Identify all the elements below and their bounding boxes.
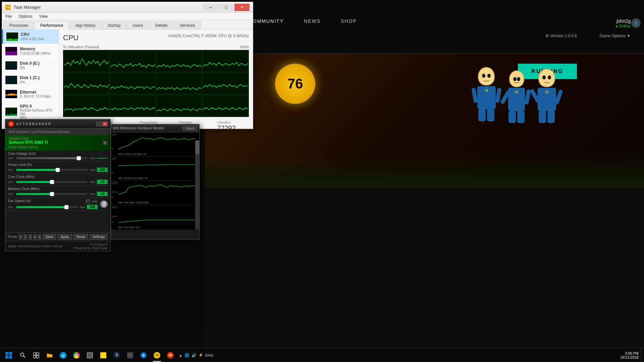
pl-track[interactable]: [16, 169, 88, 171]
gpu-temp-100: 100: [112, 157, 116, 160]
monitor-scrollbar[interactable]: [195, 140, 199, 230]
edge-icon: e: [60, 352, 66, 359]
start-button[interactable]: [2, 348, 16, 362]
user-avatar[interactable]: 👤: [631, 18, 641, 28]
tab-users[interactable]: Users: [127, 21, 149, 29]
profile-btn-2[interactable]: 2: [23, 234, 27, 240]
fs-min: Min: [8, 205, 15, 209]
vaultboy-group: 76 76: [473, 67, 560, 124]
windows-logo: [5, 352, 12, 359]
win-pane-4: [9, 356, 12, 359]
auto-checkbox[interactable]: ✓: [86, 199, 90, 203]
svg-rect-11: [203, 95, 248, 116]
svg-rect-13: [118, 157, 195, 175]
win-pane-3: [5, 356, 8, 359]
ethernet-value: S: 80,0 R: 72,0 Kbps: [20, 95, 55, 98]
cpu-mini-chart: [6, 33, 18, 41]
fallout-76-badge: 76: [275, 64, 315, 104]
profile-btn-1[interactable]: 1: [19, 234, 22, 240]
fan-auto-toggle[interactable]: ✓ Auto: [86, 199, 98, 203]
profile-btn-5[interactable]: 5: [38, 234, 41, 240]
search-button[interactable]: [16, 348, 29, 362]
fs-fill: [16, 206, 66, 208]
sidebar-item-disk0[interactable]: Disk 0 (E:) 0%: [2, 58, 59, 73]
sidebar-item-cpu[interactable]: CPU 33% 4,92 GHz: [2, 29, 59, 44]
game-options-button[interactable]: Game Options ▼: [599, 34, 631, 38]
chrome-button[interactable]: [70, 348, 83, 362]
tab-performance[interactable]: Performance: [35, 21, 69, 29]
fallout76-taskbar-button[interactable]: 76: [151, 348, 163, 362]
apply-button[interactable]: Apply: [58, 234, 72, 240]
mc-track[interactable]: [16, 193, 88, 195]
tab-details[interactable]: Details: [150, 21, 173, 29]
memory-sidebar-info: Memory 7,0/15,9 GB (44%): [20, 47, 55, 55]
msi-collapse-btn[interactable]: ▼: [103, 141, 107, 145]
sidebar-item-memory[interactable]: Memory 7,0/15,9 GB (44%): [2, 44, 59, 58]
minimize-button[interactable]: ─: [203, 4, 218, 11]
save-profile-button[interactable]: Save: [43, 234, 56, 240]
msi-afterburner-taskbar-button[interactable]: AB: [164, 348, 177, 362]
language-indicator[interactable]: ENG: [205, 353, 213, 357]
edge-button[interactable]: e: [57, 348, 69, 362]
nav-shop[interactable]: SHOP: [341, 18, 357, 24]
cv-track[interactable]: [16, 157, 88, 159]
settings-button[interactable]: Settings: [90, 234, 108, 240]
tab-startup[interactable]: Startup: [102, 21, 126, 29]
cv-thumb[interactable]: [77, 156, 81, 160]
sidebar-item-ethernet[interactable]: Ethernet S: 80,0 R: 72,0 Kbps: [2, 87, 59, 101]
mc-value: +0: [97, 192, 108, 196]
pl-thumb[interactable]: [56, 168, 60, 172]
show-hidden-icons[interactable]: ▲: [179, 353, 182, 357]
tab-processes[interactable]: Processes: [4, 21, 34, 29]
menu-options[interactable]: Options: [18, 14, 32, 19]
nav-community[interactable]: COMMUNITY: [249, 18, 284, 24]
ethernet-sidebar-info: Ethernet S: 80,0 R: 72,0 Kbps: [20, 90, 55, 98]
fs-track[interactable]: [16, 206, 77, 208]
sticky-notes-button[interactable]: [97, 348, 110, 362]
volume-icon[interactable]: 🔊: [192, 353, 197, 358]
sidebar-item-disk1[interactable]: Disk 1 (C:) 0%: [2, 73, 59, 87]
nav-news[interactable]: NEWS: [304, 18, 321, 24]
menu-view[interactable]: View: [39, 14, 48, 19]
gpu-temp-svg: [118, 157, 195, 175]
taskbar-clock[interactable]: 3:06 PM 16/11/2018: [620, 351, 640, 359]
network-icon[interactable]: 🌐: [184, 353, 190, 358]
svg-rect-10: [157, 95, 202, 116]
fan-speed-section: Fan Speed (%) ✓ Auto Min Max 100 💀: [5, 198, 110, 211]
core-clock-stats: Min: 300 Red: 1960 1200: [118, 201, 149, 204]
close-button[interactable]: ✕: [234, 4, 250, 11]
fs-thumb[interactable]: [64, 205, 68, 209]
reset-button[interactable]: Reset: [73, 234, 88, 240]
svg-line-17: [23, 356, 25, 358]
mc-thumb[interactable]: [50, 192, 54, 196]
tab-app-history[interactable]: App history: [70, 21, 101, 29]
media-player-button[interactable]: [137, 348, 150, 362]
profile-label: Profile: [8, 235, 17, 239]
file-explorer-button[interactable]: [43, 348, 56, 362]
profile-btn-3[interactable]: 3: [29, 234, 32, 240]
user-status: Online: [615, 24, 631, 28]
msi-logo: M: [8, 121, 14, 127]
scrollbar-thumb[interactable]: [195, 140, 199, 154]
msi-title: AFTERBURNER: [16, 122, 52, 126]
cc-thumb[interactable]: [50, 180, 54, 184]
tablet-mode-button[interactable]: [84, 348, 96, 362]
menu-file[interactable]: File: [5, 14, 12, 19]
show-desktop-button[interactable]: [641, 348, 642, 362]
core-clock-svg: [118, 181, 195, 200]
version-label: ⚙ Version 1.0.0.6: [545, 34, 577, 38]
tab-services[interactable]: Services: [174, 21, 201, 29]
profile-btn-4[interactable]: 4: [33, 234, 37, 240]
cc-track[interactable]: [16, 181, 88, 183]
core-clock-slider-row: Min Max +0: [8, 180, 108, 184]
msi-close[interactable]: ✕: [102, 122, 108, 126]
msi-window-controls: ─ ✕: [96, 122, 108, 126]
msi-minimize[interactable]: ─: [96, 122, 102, 126]
calculator-button[interactable]: =: [124, 348, 137, 362]
detach-button[interactable]: Detach: [183, 126, 197, 131]
steam-button[interactable]: S: [110, 348, 123, 362]
gpu-temp-0: 0: [112, 171, 113, 174]
maximize-button[interactable]: □: [219, 4, 234, 11]
cc-max: Max: [89, 180, 96, 184]
task-view-button[interactable]: [30, 348, 43, 362]
